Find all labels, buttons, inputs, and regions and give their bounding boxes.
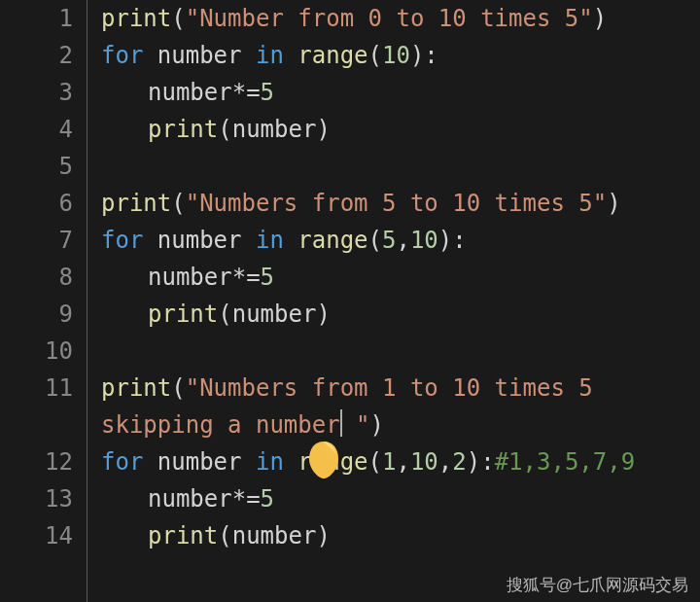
line-number: 3 xyxy=(0,74,73,111)
line-number: 9 xyxy=(0,296,73,333)
code-token: 1 xyxy=(382,448,396,476)
code-token: ( xyxy=(368,448,382,476)
code-token: in xyxy=(256,42,298,69)
code-token: ) xyxy=(607,190,620,217)
line-number: 11 xyxy=(0,370,73,443)
code-token: print xyxy=(148,301,218,328)
code-token: skipping a number xyxy=(101,411,340,439)
code-token: number xyxy=(232,522,317,549)
code-token: number xyxy=(158,448,256,476)
code-token: ): xyxy=(438,227,467,254)
code-editor[interactable]: 1234567891011121314 print("Number from 0… xyxy=(0,0,700,602)
code-token: print xyxy=(101,190,171,217)
code-token: number xyxy=(148,485,232,513)
code-token: 5 xyxy=(382,227,396,254)
line-number: 13 xyxy=(0,480,73,517)
code-token: ): xyxy=(467,448,495,476)
code-token: for xyxy=(101,42,158,69)
line-number: 1 xyxy=(0,0,73,37)
code-token: print xyxy=(148,522,218,549)
watermark-text: 搜狐号@七爪网源码交易 xyxy=(507,574,688,596)
code-token: , xyxy=(396,448,409,476)
code-token: ): xyxy=(410,42,438,69)
code-token: ) xyxy=(316,522,330,549)
line-number: 6 xyxy=(0,185,73,222)
code-token: , xyxy=(438,448,452,476)
code-line[interactable]: print("Numbers from 5 to 10 times 5") xyxy=(101,185,700,222)
line-number-gutter: 1234567891011121314 xyxy=(0,0,88,602)
code-line[interactable] xyxy=(101,148,700,185)
code-token: in xyxy=(256,448,298,476)
code-token: *= xyxy=(232,264,261,291)
line-number: 10 xyxy=(0,333,73,370)
code-token: range xyxy=(298,42,368,69)
code-token: ( xyxy=(218,522,231,549)
line-number: 8 xyxy=(0,259,73,296)
code-token: number xyxy=(148,264,232,291)
line-number: 5 xyxy=(0,148,73,185)
code-token: ( xyxy=(218,301,231,328)
code-area[interactable]: print("Number from 0 to 10 times 5")for … xyxy=(88,0,700,602)
line-number: 7 xyxy=(0,222,73,259)
code-token: ( xyxy=(368,42,382,69)
code-line[interactable]: print(number) xyxy=(101,111,700,148)
code-token: 2 xyxy=(452,448,466,476)
code-token: ) xyxy=(593,5,607,32)
code-token: print xyxy=(101,5,171,32)
code-token: 10 xyxy=(382,42,410,69)
code-line[interactable]: for number in range(1,10,2):#1,3,5,7,9 xyxy=(101,443,700,480)
code-token: 5 xyxy=(261,485,274,513)
code-token: range xyxy=(298,227,368,254)
code-token: 10 xyxy=(410,448,438,476)
code-token: ( xyxy=(368,227,382,254)
code-token: , xyxy=(396,227,409,254)
code-token: number xyxy=(158,227,256,254)
line-number: 4 xyxy=(0,111,73,148)
line-number: 2 xyxy=(0,37,73,74)
code-token: "Numbers from 1 to 10 times 5 xyxy=(186,374,607,402)
code-line[interactable]: number*=5 xyxy=(101,74,700,111)
code-line[interactable]: number*=5 xyxy=(101,259,700,296)
code-token: for xyxy=(101,227,158,254)
code-line[interactable]: print("Number from 0 to 10 times 5") xyxy=(101,0,700,37)
code-token: number xyxy=(148,79,232,106)
code-token: 5 xyxy=(261,79,274,106)
code-line[interactable]: number*=5 xyxy=(101,480,700,517)
code-line[interactable]: for number in range(10): xyxy=(101,37,700,74)
code-line[interactable]: for number in range(5,10): xyxy=(101,222,700,259)
code-line[interactable] xyxy=(101,333,700,370)
code-line[interactable]: print(number) xyxy=(101,517,700,554)
code-token: ) xyxy=(370,411,384,439)
code-token: *= xyxy=(232,79,261,106)
code-token: "Numbers from 5 to 10 times 5" xyxy=(186,190,607,217)
code-line[interactable]: print(number) xyxy=(101,296,700,333)
code-token: print xyxy=(101,374,171,402)
line-number: 12 xyxy=(0,443,73,480)
code-token: print xyxy=(148,116,218,143)
code-token: ) xyxy=(316,301,330,328)
code-token: ( xyxy=(171,190,185,217)
code-token: 5 xyxy=(261,264,274,291)
code-token: in xyxy=(256,227,298,254)
code-token: number xyxy=(232,301,317,328)
line-number: 14 xyxy=(0,517,73,554)
code-line[interactable]: print("Numbers from 1 to 10 times 5 skip… xyxy=(101,370,700,443)
code-token: number xyxy=(232,116,317,143)
code-token: "Number from 0 to 10 times 5" xyxy=(186,5,593,32)
code-token: *= xyxy=(232,485,261,513)
code-token: ( xyxy=(171,5,185,32)
code-token: number xyxy=(158,42,256,69)
code-token: #1,3,5,7,9 xyxy=(495,448,636,476)
code-token: " xyxy=(342,411,370,439)
code-token: ( xyxy=(171,374,185,402)
code-token: range xyxy=(298,448,368,476)
code-token: ( xyxy=(218,116,231,143)
code-token: 10 xyxy=(410,227,438,254)
code-token: for xyxy=(101,448,158,476)
code-token: ) xyxy=(316,116,330,143)
